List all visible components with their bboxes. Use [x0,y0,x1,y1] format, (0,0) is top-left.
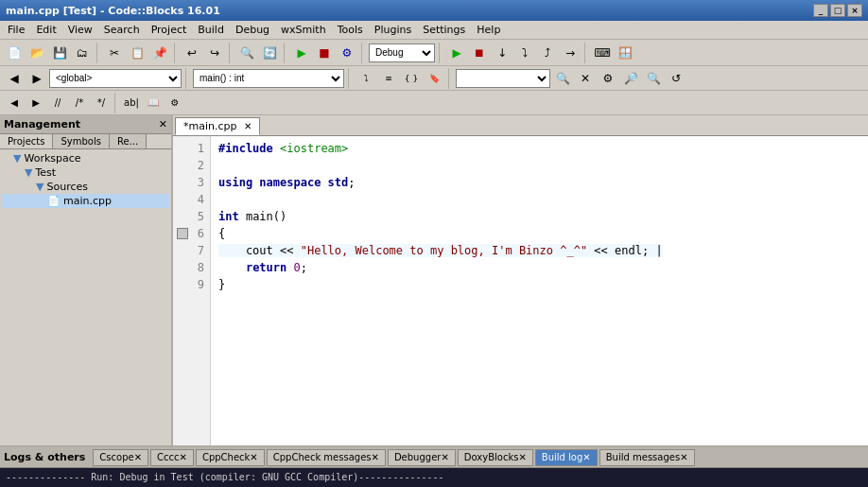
clear-search-btn[interactable]: ✕ [575,68,596,89]
sep7 [584,43,588,63]
code-editor[interactable]: 1 2 3 4 5 6 7 8 9 #include <iostream> us… [173,136,868,445]
cccc-close[interactable]: ✕ [180,452,187,462]
run-button[interactable]: ▶ [291,43,312,63]
main-content: Management ✕ Projects Symbols Re... ▼ Wo… [0,115,868,445]
search-scope-combo[interactable] [456,69,550,88]
nav-back[interactable]: ◀ [4,68,25,89]
doc-btn[interactable]: 📖 [143,93,164,113]
list-btn[interactable]: ≡ [378,68,399,89]
next-btn[interactable]: ▶ [26,93,46,113]
keyboard-button[interactable]: ⌨ [592,43,613,63]
menu-edit[interactable]: Edit [30,22,61,38]
maximize-button[interactable]: □ [830,4,845,17]
block-comment-btn[interactable]: /* [69,93,90,113]
project-tree: ▼ Workspace ▼ Test ▼ Sources [0,149,171,445]
scope-combo[interactable]: <global> [49,69,182,88]
stop-button[interactable]: ■ [314,43,335,63]
build-messages-close[interactable]: ✕ [680,452,687,462]
build-log-close[interactable]: ✕ [582,452,590,462]
tab-cppcheck-messages[interactable]: CppCheck messages ✕ [267,449,386,466]
replace-button[interactable]: 🔄 [259,43,280,63]
cppcheck-messages-label: CppCheck messages [273,452,372,462]
tab-projects[interactable]: Projects [0,134,53,148]
menu-search[interactable]: Search [98,22,146,38]
jump-btn[interactable]: ⤵ [356,68,376,89]
new-button[interactable]: 📄 [4,43,25,63]
find-button[interactable]: 🔍 [236,43,257,63]
tab-build-messages[interactable]: Build messages ✕ [599,449,695,466]
build-button[interactable]: ⚙ [337,43,357,63]
editor-tab-main[interactable]: *main.cpp ✕ [175,117,260,135]
tree-sources[interactable]: ▼ Sources [2,180,169,194]
close-button[interactable]: × [847,4,862,17]
build-mode-combo[interactable]: Debug Release [369,43,435,62]
save-all-button[interactable]: 🗂 [72,43,93,63]
tab-symbols[interactable]: Symbols [53,134,109,148]
window-button[interactable]: 🪟 [615,43,635,63]
undo-button[interactable]: ↩ [182,43,202,63]
line-1: 1 [173,140,210,157]
uncomment-btn[interactable]: */ [91,93,112,113]
cscope-close[interactable]: ✕ [134,452,142,462]
zoom-in-btn[interactable]: 🔎 [620,68,641,89]
toggle-comment-btn[interactable]: // [47,93,68,113]
code-line-9: } [218,278,225,291]
open-button[interactable]: 📂 [26,43,47,63]
debug-out-button[interactable]: ⤴ [537,43,558,63]
workspace-label: Workspace [24,152,80,165]
menu-tools[interactable]: Tools [332,22,369,38]
tab-build-log[interactable]: Build log ✕ [535,449,598,466]
tab-doxyblocks[interactable]: DoxyBlocks ✕ [458,449,533,466]
paste-button[interactable]: 📌 [149,43,170,63]
debug-cursor-button[interactable]: → [560,43,581,63]
code-text[interactable]: #include <iostream> using namespace std;… [211,136,868,445]
doxyblocks-close[interactable]: ✕ [518,452,526,462]
copy-button[interactable]: 📋 [127,43,148,63]
cppcheck-messages-close[interactable]: ✕ [372,452,379,462]
debug-step-button[interactable]: ↓ [492,43,512,63]
abbrev-btn[interactable]: ab| [121,93,142,113]
menu-project[interactable]: Project [146,22,193,38]
menu-plugins[interactable]: Plugins [369,22,417,38]
tab-debugger[interactable]: Debugger ✕ [388,449,456,466]
debug-run-button[interactable]: ▶ [446,43,467,63]
redo-button[interactable]: ↪ [204,43,225,63]
save-button[interactable]: 💾 [49,43,70,63]
zoom-out-btn[interactable]: 🔍 [643,68,664,89]
tab-cscope[interactable]: Cscope ✕ [93,449,148,466]
tab-close-icon[interactable]: ✕ [244,121,252,131]
function-combo[interactable]: main() : int [193,69,344,88]
tab-cccc[interactable]: Cccc ✕ [150,449,194,466]
tab-cppcheck[interactable]: CppCheck ✕ [196,449,265,466]
menu-view[interactable]: View [62,22,98,38]
prev-btn[interactable]: ◀ [4,93,25,113]
tree-workspace[interactable]: ▼ Workspace [2,151,169,165]
close-icon[interactable]: ✕ [159,118,167,130]
debug-stop-button[interactable]: ⏹ [469,43,490,63]
options-btn[interactable]: ⚙ [598,68,618,89]
menu-file[interactable]: File [2,22,30,38]
menu-build[interactable]: Build [192,22,230,38]
menu-settings[interactable]: Settings [417,22,471,38]
search-btn2[interactable]: 🔍 [552,68,573,89]
sep10 [448,68,452,89]
tree-main-cpp[interactable]: 📄 main.cpp [2,194,169,208]
match-btn[interactable]: { } [401,68,422,89]
minimize-button[interactable]: _ [813,4,828,17]
debug-over-button[interactable]: ⤵ [514,43,535,63]
sep3 [229,43,233,63]
cut-button[interactable]: ✂ [104,43,125,63]
refresh-btn[interactable]: ↺ [666,68,686,89]
cppcheck-label: CppCheck [202,452,250,462]
cppcheck-close[interactable]: ✕ [250,452,257,462]
settings2-btn[interactable]: ⚙ [165,93,185,113]
debugger-close[interactable]: ✕ [441,452,448,462]
menu-wxsmith[interactable]: wxSmith [275,22,332,38]
tree-test[interactable]: ▼ Test [2,165,169,180]
menu-debug[interactable]: Debug [230,22,275,38]
tab-re[interactable]: Re... [110,134,147,148]
nav-forward[interactable]: ▶ [26,68,47,89]
menu-help[interactable]: Help [471,22,506,38]
bookmark-btn[interactable]: 🔖 [424,68,444,89]
doxyblocks-label: DoxyBlocks [464,452,519,462]
